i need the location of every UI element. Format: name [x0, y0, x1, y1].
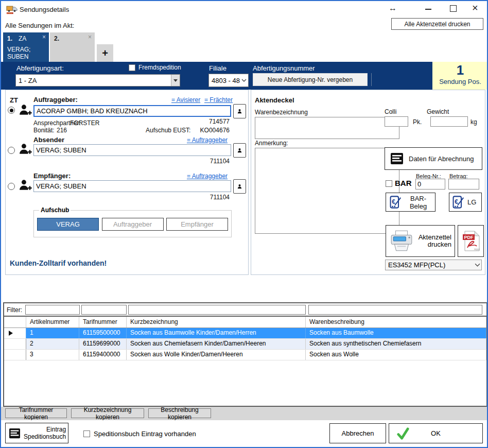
all-shipments-label: Alle Sendungen im Akt:: [5, 22, 74, 29]
cell-kurzbezeichnung[interactable]: Socken aus Chemiefasern Kinder/Damen/Hee…: [127, 339, 306, 349]
filter-kurzbezeichnung-input[interactable]: [128, 305, 306, 315]
gewicht-unit: kg: [470, 118, 477, 126]
aufschub-auftraggeber-label: Auftraggeber: [113, 220, 152, 228]
cell-artikelnummer[interactable]: 2: [26, 339, 79, 349]
tab1-close-icon[interactable]: ×: [42, 33, 46, 41]
table-row[interactable]: 3 61159400000 Socken aus Wolle Kinder/Da…: [4, 350, 486, 360]
fremdspedition-checkbox[interactable]: [129, 64, 135, 71]
tab2-close-icon[interactable]: ×: [88, 33, 92, 41]
gewicht-input[interactable]: [430, 116, 468, 127]
table-row[interactable]: 1 61159500000 Socken aus Baumwolle Kinde…: [4, 328, 486, 339]
fremdspedition-label: Fremdspedition: [138, 64, 181, 71]
add-contact-icon[interactable]: [18, 179, 32, 192]
beleg-nr-input[interactable]: [415, 179, 445, 189]
anmerkung-textarea[interactable]: [255, 148, 399, 234]
sendung-position-box: 1 Sendung Pos.: [432, 62, 488, 90]
footer: Eintrag Speditionsbuch Speditionsbuch Ei…: [1, 420, 487, 447]
abrechnung-button[interactable]: Daten für Abrechnung: [385, 147, 482, 170]
row-selector-cell[interactable]: [4, 350, 26, 360]
absender-contact-button[interactable]: [233, 143, 246, 158]
row-selector-cell[interactable]: [4, 339, 26, 349]
row-selector-cell[interactable]: [4, 328, 26, 338]
speditionsbuch-checkbox[interactable]: [83, 430, 90, 437]
cell-artikelnummer[interactable]: 3: [26, 350, 79, 360]
empfaenger-contact-button[interactable]: [233, 179, 246, 194]
cell-warenbeschreibung[interactable]: Socken aus Wolle: [306, 350, 486, 360]
colli-input[interactable]: [385, 116, 408, 127]
new-abfertigung-number-button[interactable]: Neue Abfertigung-Nr. vergeben: [253, 73, 368, 86]
tab-shipment-1[interactable]: 1. ZA × VERAG; SUBEN: [3, 32, 49, 62]
cell-tarifnummer[interactable]: 61159699000: [79, 339, 127, 349]
copy-kurzbezeichnung-label: Kurzbezeichnung kopieren: [75, 406, 141, 421]
cell-warenbeschreibung[interactable]: Socken aus Baumwolle: [306, 328, 486, 338]
copy-beschreibung-button[interactable]: Beschreibung kopieren: [148, 408, 211, 418]
person-icon: [237, 146, 242, 155]
maximize-button[interactable]: [450, 5, 457, 12]
abfertigungsnummer-label: Abfertigungsnummer: [253, 64, 315, 72]
cell-tarifnummer[interactable]: 61159500000: [79, 328, 127, 338]
absender-input[interactable]: [33, 144, 231, 156]
copy-tarifnummer-button[interactable]: Tarifnummer kopieren: [5, 408, 67, 418]
table-header: Artikelnummer Tarifnummer Kurzbezeichnun…: [4, 317, 486, 328]
speditionsbuch-eintrag-button[interactable]: Eintrag Speditionsbuch: [5, 423, 68, 443]
aufschub-eust-value: KO004676: [176, 127, 230, 134]
betrag-input[interactable]: [448, 179, 479, 189]
copy-kurzbezeichnung-button[interactable]: Kurzbezeichnung kopieren: [71, 408, 144, 418]
cell-artikelnummer[interactable]: 1: [26, 328, 79, 338]
filter-warenbeschreibung-input[interactable]: [308, 305, 482, 315]
selector-column-header: [4, 317, 26, 328]
column-header-warenbeschreibung[interactable]: Warenbeschreibung: [306, 317, 486, 328]
printer-select[interactable]: ES3452 MFP(PCL): [385, 260, 482, 270]
filter-tarifnummer-input[interactable]: [81, 305, 127, 315]
empfaenger-input[interactable]: [33, 180, 231, 192]
cell-kurzbezeichnung[interactable]: Socken aus Wolle Kinder/Damen/Heeren: [127, 350, 306, 360]
absender-radio[interactable]: [8, 147, 15, 154]
avisierer-link[interactable]: = Avisierer: [171, 96, 200, 104]
close-button[interactable]: ×: [472, 2, 478, 19]
empfaenger-radio[interactable]: [8, 183, 15, 190]
print-all-aktenzettel-button[interactable]: Alle Aktenzettel drucken: [391, 18, 483, 30]
bar-beleg-button[interactable]: € BAR-Beleg: [386, 193, 435, 212]
cancel-button[interactable]: Abbrechen: [329, 423, 386, 443]
cell-tarifnummer[interactable]: 61159400000: [79, 350, 127, 360]
abfertigungsart-select[interactable]: 1 - ZA: [15, 74, 180, 87]
filiale-select[interactable]: 4803 - 480: [208, 74, 249, 87]
cell-warenbeschreibung[interactable]: Socken aus synthetischen Chemiefasern: [306, 339, 486, 349]
print-all-label: Alle Aktenzettel drucken: [404, 21, 470, 28]
minimize-button[interactable]: [425, 9, 431, 10]
tab-shipment-2[interactable]: 2. ×: [50, 32, 95, 62]
bar-checkbox[interactable]: [386, 180, 392, 187]
pdf-export-button[interactable]: PDF Adobe: [458, 225, 484, 257]
auftraggeber-input[interactable]: [33, 105, 231, 117]
add-tab-label: +: [102, 47, 108, 59]
titlebar: Sendungsdetails ↔ ×: [1, 1, 487, 18]
filter-artikelnummer-input[interactable]: [25, 305, 80, 315]
column-header-artikelnummer[interactable]: Artikelnummer: [26, 317, 79, 328]
absender-auftraggeber-link[interactable]: = Auftraggeber: [187, 136, 228, 144]
aufschub-empfaenger-button[interactable]: Empfänger: [166, 218, 228, 231]
lg-button[interactable]: € LG: [449, 193, 482, 212]
table-row[interactable]: 2 61159699000 Socken aus Chemiefasern Ki…: [4, 339, 486, 350]
aktenzettel-drucken-button[interactable]: Aktenzettel drucken: [386, 225, 455, 257]
aktendeckel-title: Aktendeckel: [255, 96, 294, 104]
column-header-kurzbezeichnung[interactable]: Kurzbezeichnung: [127, 317, 306, 328]
column-header-tarifnummer[interactable]: Tarifnummer: [79, 317, 127, 328]
printer-chevron-icon[interactable]: [473, 263, 481, 267]
fraechter-link[interactable]: = Frächter: [204, 96, 233, 104]
add-contact-icon[interactable]: [18, 104, 32, 116]
aufschub-auftraggeber-button[interactable]: Auftraggeber: [102, 218, 164, 231]
bonitaet-value: 216: [57, 127, 67, 134]
add-contact-icon[interactable]: [18, 143, 32, 156]
bar-beleg-label: BAR-Beleg: [405, 195, 432, 210]
aufschub-verag-button[interactable]: VERAG: [37, 218, 99, 231]
abfertigungsart-dropdown-icon[interactable]: [171, 75, 180, 86]
warenbezeichnung-textarea[interactable]: [255, 117, 399, 139]
empfaenger-auftraggeber-link[interactable]: = Auftraggeber: [187, 173, 228, 180]
add-shipment-tab-button[interactable]: +: [97, 44, 113, 62]
ok-button[interactable]: OK: [389, 423, 483, 443]
band-divider: [371, 73, 372, 86]
auftraggeber-contact-button[interactable]: [233, 104, 246, 118]
filiale-chevron-icon[interactable]: [240, 79, 248, 82]
cell-kurzbezeichnung[interactable]: Socken aus Baumwolle Kinder/Damen/Herren: [127, 328, 306, 338]
auftraggeber-radio[interactable]: [8, 107, 15, 114]
